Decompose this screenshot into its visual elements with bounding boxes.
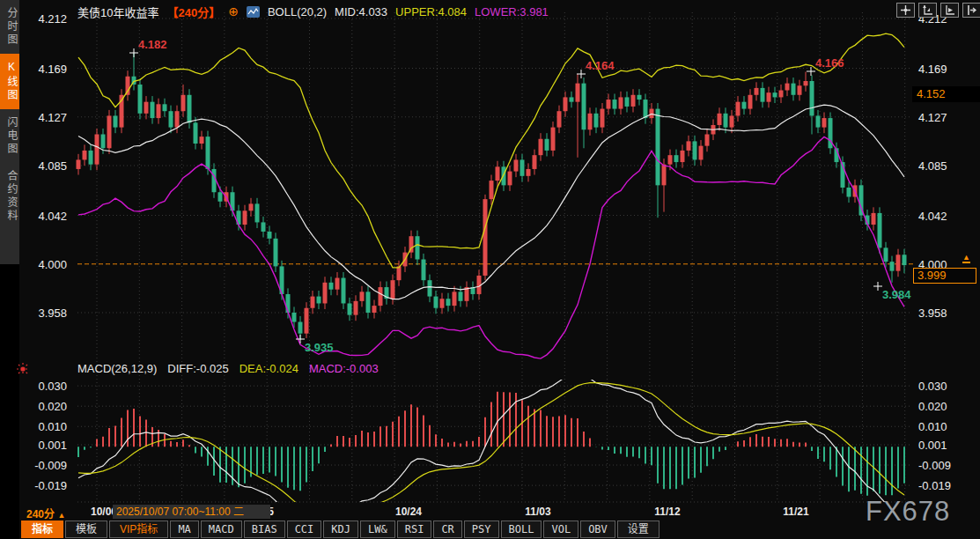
- indicator-tab-KDJ[interactable]: KDJ: [323, 521, 358, 538]
- main-axis-label-left: 3.958: [25, 306, 67, 319]
- main-axis-label-left: 4.042: [25, 209, 67, 222]
- current-price-box: 3.999: [913, 268, 976, 284]
- price-arrow-icon: ▲: [962, 254, 970, 263]
- macd-axis-label-left: -0.019: [25, 479, 67, 492]
- price-annotation-low: 3.935: [305, 341, 334, 354]
- indicator-tab-MACD[interactable]: MACD: [201, 521, 242, 538]
- macd-axis-label-right: 0.001: [918, 438, 961, 451]
- move-crosshair-icon[interactable]: [896, 3, 915, 18]
- macd-axis-label-right: 0.020: [918, 400, 961, 413]
- main-axis-label-left: 4.169: [25, 62, 67, 75]
- indicator-tab-OBV[interactable]: OBV: [580, 521, 615, 538]
- macd-axis-label-right: -0.009: [918, 459, 961, 472]
- price-annotation-high: 4.182: [138, 38, 167, 51]
- macd-axis-label-left: 0.020: [25, 400, 67, 413]
- date-tick: 11/12: [654, 506, 680, 518]
- main-axis-label-left: 4.127: [25, 110, 67, 123]
- indicator-tab-PSY[interactable]: PSY: [464, 521, 499, 538]
- chart-header: 美债10年收益率 【240分】 ⊕ BOLL(20,2) MID:4.033 U…: [77, 4, 549, 19]
- main-axis-label-right: 4.042: [918, 209, 961, 222]
- indicator-tab-BIAS[interactable]: BIAS: [244, 521, 285, 538]
- price-annotation-low: 3.984: [882, 288, 911, 301]
- macd-diff-value: DIFF:-0.025: [167, 362, 228, 375]
- macd-macd-value: MACD:-0.003: [309, 362, 379, 375]
- indicator-tab-BOLL[interactable]: BOLL: [501, 521, 542, 538]
- main-axis-label-right: 4.127: [918, 110, 961, 123]
- hovered-candle-info: 2025/10/07 07:00~11:00 二: [113, 505, 270, 519]
- indicator-tab-MA[interactable]: MA: [170, 521, 198, 538]
- line-chart-icon[interactable]: [247, 6, 260, 18]
- time-axis: 240分 ▲ 10/0610/1510/2411/0311/1211/21 20…: [0, 504, 980, 520]
- macd-axis-label-left: 0.001: [25, 438, 67, 451]
- indicator-tab-VIP指标[interactable]: VIP指标: [109, 521, 168, 538]
- date-tick: 11/03: [525, 506, 550, 518]
- macd-axis-label-right: 0.030: [918, 380, 961, 393]
- indicator-toolbar: 指标模板VIP指标MAMACDBIASCCIKDJLW&RSICRPSYBOLL…: [21, 521, 661, 538]
- indicator-tab-RSI[interactable]: RSI: [397, 521, 432, 538]
- macd-axis-label-right: 0.010: [918, 420, 961, 433]
- symbol-title: 美债10年收益率: [77, 4, 158, 20]
- date-tick: 11/21: [783, 506, 808, 518]
- boll-upper-value: UPPER:4.084: [395, 5, 467, 18]
- main-axis-label-right: 3.958: [918, 306, 961, 319]
- indicator-tab-VOL[interactable]: VOL: [543, 521, 578, 538]
- chart-toolbar: [896, 3, 980, 18]
- indicator-tab-指标[interactable]: 指标: [21, 521, 63, 538]
- macd-axis-label-right: -0.019: [918, 479, 961, 492]
- main-axis-label-left: 4.085: [25, 159, 67, 172]
- indicator-tab-LW&[interactable]: LW&: [360, 521, 395, 538]
- macd-dea-value: DEA:-0.024: [239, 362, 298, 375]
- indicator-tab-CCI[interactable]: CCI: [287, 521, 322, 538]
- indicator-tab-模板[interactable]: 模板: [65, 521, 107, 538]
- axis-play-icon[interactable]: [940, 3, 959, 18]
- period-tag: 【240分】: [166, 4, 220, 20]
- pan-right-icon[interactable]: [962, 3, 980, 18]
- macd-axis-label-left: 0.010: [25, 420, 67, 433]
- indicator-tab-CR[interactable]: CR: [433, 521, 461, 538]
- watermark: FX678: [866, 496, 950, 528]
- indicator-tab-设置[interactable]: 设置: [617, 521, 659, 538]
- chart-canvas[interactable]: [0, 0, 980, 539]
- main-axis-label-right: 4.085: [918, 159, 961, 172]
- price-annotation-high: 4.164: [586, 59, 615, 72]
- alert-burst-icon[interactable]: [16, 362, 30, 380]
- price-annotation-high: 4.166: [815, 56, 844, 70]
- main-axis-label-left: 4.212: [25, 12, 67, 26]
- macd-formula-label: MACD(26,12,9): [77, 362, 157, 375]
- main-axis-label-right: 4.169: [918, 62, 961, 75]
- boll-mid-value: MID:4.033: [335, 5, 387, 18]
- axis-scale-left-icon[interactable]: [918, 3, 937, 18]
- macd-axis-label-left: -0.009: [25, 459, 67, 472]
- compare-add-icon[interactable]: ⊕: [228, 4, 239, 18]
- macd-axis-label-left: 0.030: [25, 380, 67, 393]
- boll-formula-label: BOLL(20,2): [268, 5, 327, 18]
- main-axis-label-left: 4.000: [25, 257, 67, 270]
- period-selector[interactable]: 240分 ▲: [26, 506, 65, 521]
- boll-lower-value: LOWER:3.981: [475, 5, 549, 18]
- last-price-tag: 4.152: [912, 86, 980, 102]
- date-tick: 10/24: [395, 506, 422, 518]
- macd-header: MACD(26,12,9) DIFF:-0.025 DEA:-0.024 MAC…: [77, 362, 379, 375]
